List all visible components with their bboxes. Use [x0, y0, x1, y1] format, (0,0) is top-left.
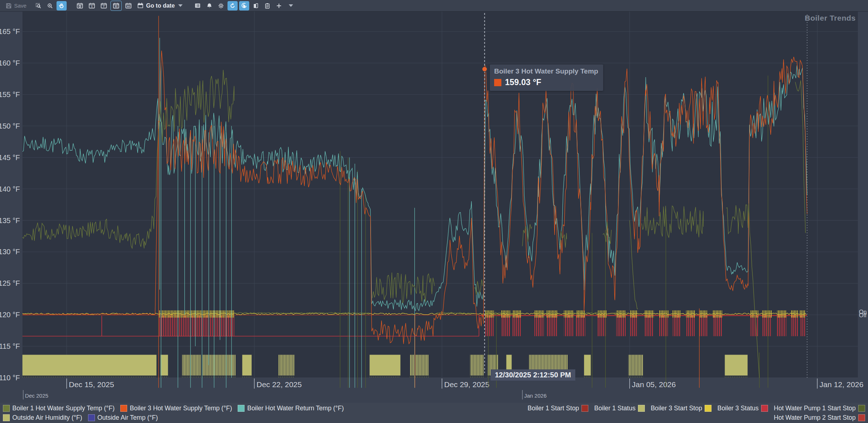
trend-chart[interactable]: 110 °F115 °F120 °F125 °F130 °F135 °F140 …	[0, 12, 868, 403]
legend-item[interactable]: Boiler 1 Hot Water Supply Temp (°F)	[3, 405, 114, 412]
boiler1-status-block	[725, 355, 748, 376]
right-axis-binary-label: Off	[859, 312, 867, 318]
legend-item[interactable]: Boiler 3 Status	[717, 405, 768, 412]
plot-background	[22, 12, 858, 378]
legend-row: Outside Air Humidity (°F)Outside Air Tem…	[3, 413, 344, 422]
legend-item[interactable]: Boiler 3 Hot Water Supply Temp (°F)	[120, 405, 232, 412]
boiler1-status-block	[470, 355, 484, 376]
report-button[interactable]	[251, 1, 261, 11]
calendar-365-day-button[interactable]: 365	[123, 1, 134, 11]
boiler3-status-cycling	[672, 316, 680, 336]
boiler3-startstop-cluster	[630, 310, 638, 318]
boiler3-status-cycling	[576, 316, 585, 336]
boiler3-status-cycling	[777, 316, 786, 336]
pan-hand-button[interactable]	[57, 1, 67, 11]
alarm-bell-button[interactable]	[204, 1, 214, 11]
legend-label: Outside Air Temp (°F)	[97, 414, 158, 422]
calendar-31-day-button[interactable]: 31	[110, 1, 122, 11]
legend-label: Boiler 3 Hot Water Supply Temp (°F)	[130, 405, 232, 412]
boiler3-startstop-cluster	[158, 310, 234, 318]
legend-label: Boiler 1 Hot Water Supply Temp (°F)	[12, 405, 114, 412]
legend-label: Boiler 1 Status	[594, 405, 635, 412]
boiler3-status-cycling	[564, 316, 573, 336]
y-axis-tick-label: 125 °F	[0, 279, 20, 287]
calendar-clock-button[interactable]	[75, 1, 85, 11]
toolbar: Save 1 7 31 365 Go to date	[0, 0, 868, 12]
legend-row: Hot Water Pump 2 Start Stop	[527, 413, 865, 422]
data-table-button[interactable]	[192, 1, 203, 11]
legend-label: Boiler 1 Start Stop	[527, 405, 579, 412]
legend-item[interactable]: Outside Air Humidity (°F)	[3, 414, 82, 422]
toolbar-overflow-button[interactable]	[285, 1, 295, 11]
boiler3-status-cycling	[699, 316, 707, 336]
tooltip-series-name: Boiler 3 Hot Water Supply Temp	[494, 67, 598, 75]
legend-row: Boiler 1 Start StopBoiler 1 StatusBoiler…	[527, 404, 865, 413]
y-axis-tick-label: 130 °F	[0, 248, 20, 256]
save-icon	[5, 3, 12, 9]
legend-item[interactable]: Boiler Hot Water Return Temp (°F)	[238, 405, 344, 412]
legend-label: Hot Water Pump 1 Start Stop	[774, 405, 856, 412]
boiler3-startstop-cluster	[713, 310, 722, 318]
tooltip-series-swatch	[494, 79, 501, 86]
save-label: Save	[14, 3, 26, 9]
cursor-tracking-icon	[241, 3, 247, 9]
boiler1-status-block	[160, 355, 168, 376]
legend-swatch	[3, 405, 10, 412]
legend-item[interactable]: Boiler 1 Start Stop	[527, 405, 588, 412]
legend-item[interactable]: Outside Air Temp (°F)	[88, 414, 158, 422]
clipboard-button[interactable]	[262, 1, 272, 11]
boiler3-startstop-cluster	[485, 310, 494, 318]
legend-item[interactable]: Hot Water Pump 1 Start Stop	[774, 405, 865, 412]
gear-icon	[218, 3, 224, 9]
legend-item[interactable]: Hot Water Pump 2 Start Stop	[774, 414, 865, 422]
calendar-31-icon: 31	[113, 2, 120, 9]
boiler3-startstop-cluster	[686, 310, 695, 318]
boiler1-status-block	[410, 355, 429, 376]
boiler1-status-block	[22, 355, 157, 376]
calendar-365-icon: 365	[125, 2, 132, 9]
legend-label: Hot Water Pump 2 Start Stop	[774, 414, 856, 422]
calendar-7-day-button[interactable]: 7	[99, 1, 109, 11]
boiler3-startstop-cluster	[616, 310, 626, 318]
boiler3-status-cycling	[501, 316, 510, 336]
calendar-1-day-button[interactable]: 1	[87, 1, 97, 11]
boiler1-status-block	[279, 355, 295, 376]
cursor-tooltip: Boiler 3 Hot Water Supply Temp 159.03 °F	[490, 64, 603, 91]
boiler3-startstop-cluster	[762, 310, 772, 318]
x-axis-minor-label: Dec 2025	[25, 393, 48, 399]
legend-swatch	[858, 405, 865, 412]
pan-hand-icon	[58, 3, 65, 9]
auto-refresh-button[interactable]	[228, 1, 238, 11]
legend-label: Boiler 3 Start Stop	[651, 405, 702, 412]
svg-text:7: 7	[103, 5, 105, 8]
boiler3-status-cycling	[101, 316, 102, 336]
legend-item[interactable]: Boiler 1 Status	[594, 405, 645, 412]
x-axis-tick-label: Dec 29, 2025	[444, 380, 489, 389]
boiler3-startstop-cluster	[750, 310, 758, 318]
calendar-icon	[137, 2, 144, 9]
legend-row: Boiler 1 Hot Water Supply Temp (°F)Boile…	[3, 404, 344, 413]
caret-down-icon	[178, 4, 183, 7]
boiler3-startstop-cluster	[672, 310, 680, 318]
clipboard-icon	[264, 3, 271, 9]
legend-item[interactable]: Boiler 3 Start Stop	[651, 405, 711, 412]
cursor-data-point[interactable]	[482, 67, 487, 72]
calendar-clock-icon	[76, 2, 83, 9]
go-to-date-button[interactable]: Go to date	[135, 1, 184, 11]
chart-title: Boiler Trends	[805, 14, 856, 22]
boiler3-status-cycling	[790, 316, 798, 336]
settings-button[interactable]	[216, 1, 226, 11]
boiler3-status-cycling	[616, 316, 626, 336]
legend-label: Boiler 3 Status	[717, 405, 759, 412]
zoom-in-button[interactable]	[45, 1, 55, 11]
legend-swatch	[858, 414, 865, 421]
zoom-window-button[interactable]	[33, 1, 43, 11]
report-icon	[253, 3, 259, 9]
boiler1-status-block	[202, 355, 236, 376]
boiler3-startstop-cluster	[512, 310, 521, 318]
boiler3-status-cycling	[659, 316, 668, 336]
y-axis-tick-label: 110 °F	[0, 374, 20, 382]
add-trend-button[interactable]	[274, 1, 284, 11]
cursor-tracking-button[interactable]	[239, 1, 249, 11]
save-button[interactable]: Save	[4, 1, 28, 11]
